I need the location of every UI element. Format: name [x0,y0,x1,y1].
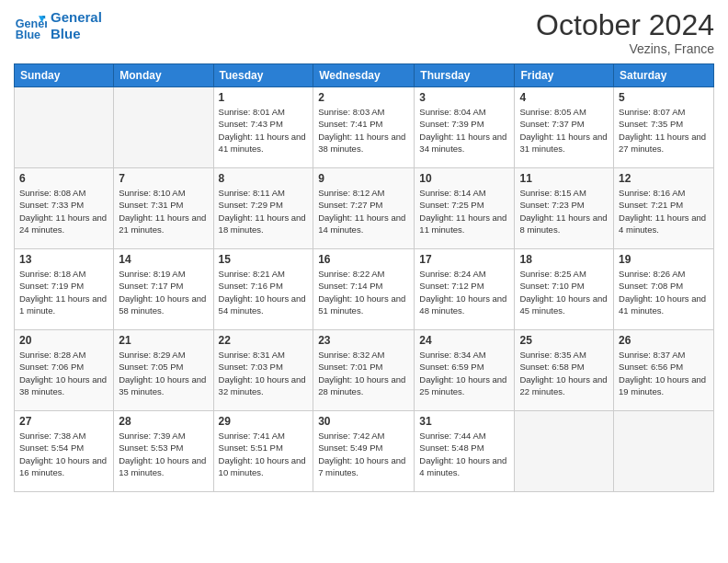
day-info: Sunrise: 8:34 AMSunset: 6:59 PMDaylight:… [419,349,509,397]
day-info: Sunrise: 8:05 AMSunset: 7:37 PMDaylight:… [519,106,609,155]
day-info: Sunrise: 8:15 AMSunset: 7:23 PMDaylight:… [519,187,609,236]
day-number: 17 [419,253,509,266]
calendar-cell: 11Sunrise: 8:15 AMSunset: 7:23 PMDayligh… [515,168,614,249]
day-info: Sunrise: 8:10 AMSunset: 7:31 PMDaylight:… [119,187,208,236]
calendar-cell: 12Sunrise: 8:16 AMSunset: 7:21 PMDayligh… [614,168,714,249]
header: General Blue General Blue October 2024 V… [14,9,714,56]
calendar-cell: 31Sunrise: 7:44 AMSunset: 5:48 PMDayligh… [415,411,515,492]
weekday-header-friday: Friday [515,64,614,87]
calendar-cell [15,87,114,168]
weekday-header-saturday: Saturday [614,64,714,87]
day-info: Sunrise: 8:29 AMSunset: 7:05 PMDaylight:… [119,349,208,397]
day-info: Sunrise: 7:42 AMSunset: 5:49 PMDaylight:… [318,430,409,478]
calendar-cell: 8Sunrise: 8:11 AMSunset: 7:29 PMDaylight… [213,168,313,249]
day-info: Sunrise: 7:38 AMSunset: 5:54 PMDaylight:… [19,430,108,478]
day-number: 18 [519,253,609,266]
day-info: Sunrise: 8:26 AMSunset: 7:08 PMDaylight:… [619,268,709,316]
day-number: 9 [318,172,409,185]
day-number: 31 [419,415,509,428]
day-number: 30 [318,415,409,428]
logo-general: General [51,9,102,26]
day-number: 21 [119,334,208,347]
day-number: 28 [119,415,208,428]
day-info: Sunrise: 8:03 AMSunset: 7:41 PMDaylight:… [318,106,409,155]
weekday-header-monday: Monday [114,64,213,87]
week-row-1: 1Sunrise: 8:01 AMSunset: 7:43 PMDaylight… [15,87,714,168]
day-number: 29 [219,415,309,428]
weekday-header-row: SundayMondayTuesdayWednesdayThursdayFrid… [15,64,714,87]
calendar-cell: 1Sunrise: 8:01 AMSunset: 7:43 PMDaylight… [213,87,313,168]
calendar-cell: 3Sunrise: 8:04 AMSunset: 7:39 PMDaylight… [415,87,515,168]
day-info: Sunrise: 8:22 AMSunset: 7:14 PMDaylight:… [318,268,409,316]
calendar-cell: 24Sunrise: 8:34 AMSunset: 6:59 PMDayligh… [415,330,515,411]
title-block: October 2024 Vezins, France [536,9,714,56]
calendar-cell: 21Sunrise: 8:29 AMSunset: 7:05 PMDayligh… [114,330,213,411]
calendar-cell: 16Sunrise: 8:22 AMSunset: 7:14 PMDayligh… [313,249,415,330]
calendar-cell: 13Sunrise: 8:18 AMSunset: 7:19 PMDayligh… [15,249,114,330]
week-row-5: 27Sunrise: 7:38 AMSunset: 5:54 PMDayligh… [15,411,714,492]
day-number: 3 [419,91,509,104]
calendar-cell: 20Sunrise: 8:28 AMSunset: 7:06 PMDayligh… [15,330,114,411]
logo-icon: General Blue [14,9,47,42]
calendar-cell: 10Sunrise: 8:14 AMSunset: 7:25 PMDayligh… [415,168,515,249]
calendar-cell: 14Sunrise: 8:19 AMSunset: 7:17 PMDayligh… [114,249,213,330]
calendar-cell: 9Sunrise: 8:12 AMSunset: 7:27 PMDaylight… [313,168,415,249]
weekday-header-sunday: Sunday [15,64,114,87]
logo-blue: Blue [51,26,102,42]
calendar-cell: 28Sunrise: 7:39 AMSunset: 5:53 PMDayligh… [114,411,213,492]
day-info: Sunrise: 8:08 AMSunset: 7:33 PMDaylight:… [19,187,108,236]
day-number: 14 [119,253,208,266]
day-info: Sunrise: 8:21 AMSunset: 7:16 PMDaylight:… [219,268,309,316]
calendar-cell: 30Sunrise: 7:42 AMSunset: 5:49 PMDayligh… [313,411,415,492]
day-info: Sunrise: 8:01 AMSunset: 7:43 PMDaylight:… [219,106,309,155]
day-number: 19 [619,253,709,266]
calendar-cell: 25Sunrise: 8:35 AMSunset: 6:58 PMDayligh… [515,330,614,411]
calendar-cell [515,411,614,492]
week-row-2: 6Sunrise: 8:08 AMSunset: 7:33 PMDaylight… [15,168,714,249]
day-number: 25 [519,334,609,347]
calendar-cell: 5Sunrise: 8:07 AMSunset: 7:35 PMDaylight… [614,87,714,168]
day-number: 23 [318,334,409,347]
day-info: Sunrise: 8:31 AMSunset: 7:03 PMDaylight:… [219,349,309,397]
day-info: Sunrise: 7:39 AMSunset: 5:53 PMDaylight:… [119,430,208,478]
calendar-cell [114,87,213,168]
calendar-cell: 26Sunrise: 8:37 AMSunset: 6:56 PMDayligh… [614,330,714,411]
day-number: 5 [619,91,709,104]
calendar-cell: 19Sunrise: 8:26 AMSunset: 7:08 PMDayligh… [614,249,714,330]
day-number: 16 [318,253,409,266]
day-info: Sunrise: 8:24 AMSunset: 7:12 PMDaylight:… [419,268,509,316]
day-number: 8 [219,172,309,185]
day-number: 4 [519,91,609,104]
calendar-cell: 15Sunrise: 8:21 AMSunset: 7:16 PMDayligh… [213,249,313,330]
day-number: 13 [19,253,108,266]
calendar-cell: 27Sunrise: 7:38 AMSunset: 5:54 PMDayligh… [15,411,114,492]
day-number: 2 [318,91,409,104]
day-number: 24 [419,334,509,347]
day-number: 15 [219,253,309,266]
day-info: Sunrise: 7:41 AMSunset: 5:51 PMDaylight:… [219,430,309,478]
calendar-cell [614,411,714,492]
day-number: 6 [19,172,108,185]
calendar-cell: 22Sunrise: 8:31 AMSunset: 7:03 PMDayligh… [213,330,313,411]
week-row-4: 20Sunrise: 8:28 AMSunset: 7:06 PMDayligh… [15,330,714,411]
day-number: 10 [419,172,509,185]
day-info: Sunrise: 8:28 AMSunset: 7:06 PMDaylight:… [19,349,108,397]
day-number: 22 [219,334,309,347]
weekday-header-wednesday: Wednesday [313,64,415,87]
calendar-cell: 6Sunrise: 8:08 AMSunset: 7:33 PMDaylight… [15,168,114,249]
day-number: 11 [519,172,609,185]
calendar-cell: 2Sunrise: 8:03 AMSunset: 7:41 PMDaylight… [313,87,415,168]
day-number: 7 [119,172,208,185]
location: Vezins, France [536,41,714,56]
day-info: Sunrise: 8:11 AMSunset: 7:29 PMDaylight:… [219,187,309,236]
day-number: 12 [619,172,709,185]
day-info: Sunrise: 8:07 AMSunset: 7:35 PMDaylight:… [619,106,709,155]
day-number: 20 [19,334,108,347]
calendar-cell: 18Sunrise: 8:25 AMSunset: 7:10 PMDayligh… [515,249,614,330]
calendar-cell: 4Sunrise: 8:05 AMSunset: 7:37 PMDaylight… [515,87,614,168]
month-title: October 2024 [536,9,714,41]
day-info: Sunrise: 8:25 AMSunset: 7:10 PMDaylight:… [519,268,609,316]
page: General Blue General Blue October 2024 V… [0,0,728,563]
day-info: Sunrise: 8:12 AMSunset: 7:27 PMDaylight:… [318,187,409,236]
day-info: Sunrise: 8:32 AMSunset: 7:01 PMDaylight:… [318,349,409,397]
